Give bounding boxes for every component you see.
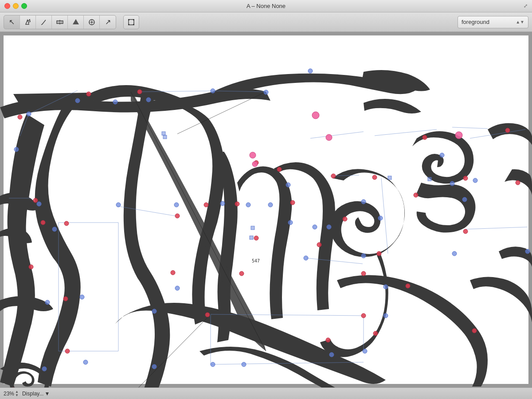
svg-point-91 <box>137 90 142 94</box>
svg-point-107 <box>343 217 347 221</box>
svg-point-99 <box>235 202 239 206</box>
svg-rect-136 <box>428 177 431 181</box>
svg-point-101 <box>239 271 244 276</box>
maximize-button[interactable] <box>21 3 27 9</box>
svg-line-1 <box>41 24 43 25</box>
svg-point-50 <box>308 69 313 73</box>
coord-label: 547 <box>252 258 260 263</box>
svg-rect-132 <box>163 135 167 139</box>
svg-rect-13 <box>133 19 134 20</box>
arrow-tool-button[interactable]: ↖ <box>4 15 20 29</box>
layer-dropdown[interactable]: foreground ▲▼ <box>458 16 528 28</box>
transform-tool-button[interactable] <box>123 15 139 29</box>
svg-point-85 <box>242 362 246 367</box>
svg-point-129 <box>252 161 258 167</box>
svg-point-124 <box>64 221 69 226</box>
svg-point-128 <box>250 152 256 158</box>
svg-point-126 <box>312 112 319 119</box>
svg-point-61 <box>246 203 250 207</box>
pencil-tool-button[interactable] <box>36 15 52 29</box>
svg-point-103 <box>277 167 282 172</box>
svg-point-77 <box>462 197 467 202</box>
zoom-control[interactable]: 23% ▲ ▼ <box>4 390 19 397</box>
svg-point-113 <box>422 135 427 140</box>
svg-point-45 <box>75 98 80 103</box>
svg-rect-131 <box>162 132 165 135</box>
svg-point-70 <box>378 216 383 220</box>
svg-point-72 <box>329 352 334 357</box>
svg-marker-6 <box>73 19 79 24</box>
svg-point-46 <box>113 100 117 104</box>
svg-rect-134 <box>251 226 254 230</box>
svg-point-92 <box>33 198 38 203</box>
svg-point-94 <box>63 297 68 301</box>
svg-point-64 <box>288 220 293 225</box>
svg-point-62 <box>268 203 273 207</box>
window-resize-icon: ⤢ <box>524 3 528 9</box>
svg-rect-15 <box>133 24 134 25</box>
canvas-area[interactable]: 547 <box>0 32 532 387</box>
title-bar: A – None None ⤢ <box>0 0 532 12</box>
pen-tool-button[interactable] <box>20 15 36 29</box>
svg-point-130 <box>455 132 462 139</box>
window-title: A – None None <box>246 3 286 9</box>
svg-point-83 <box>152 309 156 313</box>
svg-point-119 <box>205 313 210 317</box>
zoom-arrows[interactable]: ▲ ▼ <box>15 390 19 397</box>
svg-point-112 <box>326 338 330 342</box>
canvas-svg[interactable]: 547 <box>0 32 532 387</box>
svg-point-122 <box>406 284 410 288</box>
layer-dropdown-arrow: ▲▼ <box>516 20 524 24</box>
display-dropdown[interactable]: Display... ▼ <box>22 391 50 397</box>
svg-point-110 <box>373 331 378 336</box>
svg-point-54 <box>45 300 50 305</box>
svg-point-53 <box>52 227 57 231</box>
display-arrow: ▼ <box>44 391 50 397</box>
measure-tool-button[interactable] <box>52 15 68 29</box>
svg-point-57 <box>42 367 47 371</box>
svg-point-109 <box>377 251 381 256</box>
svg-point-104 <box>290 200 295 205</box>
svg-point-106 <box>331 174 336 178</box>
svg-point-123 <box>171 270 175 275</box>
svg-rect-133 <box>250 236 253 239</box>
svg-point-100 <box>254 236 258 240</box>
svg-point-80 <box>452 251 457 256</box>
svg-point-60 <box>220 201 225 206</box>
select-tool-button[interactable]: ↗ <box>100 15 116 29</box>
svg-point-81 <box>211 362 215 367</box>
svg-point-58 <box>116 203 121 207</box>
svg-point-90 <box>86 92 91 96</box>
svg-point-127 <box>326 134 332 141</box>
svg-rect-135 <box>388 176 391 180</box>
svg-point-117 <box>505 128 510 133</box>
svg-point-73 <box>363 349 367 353</box>
compass-tool-button[interactable] <box>84 15 100 29</box>
svg-point-68 <box>361 200 366 204</box>
svg-rect-14 <box>128 24 129 25</box>
svg-point-74 <box>383 313 388 318</box>
svg-point-118 <box>516 180 520 185</box>
tool-group-main: ↖ ↗ <box>4 15 116 29</box>
svg-point-52 <box>37 202 41 206</box>
svg-point-97 <box>175 214 180 218</box>
svg-point-125 <box>29 265 33 269</box>
svg-point-98 <box>204 203 208 207</box>
svg-point-55 <box>80 295 84 299</box>
window-controls[interactable] <box>0 3 27 9</box>
shape-tool-button[interactable] <box>68 15 84 29</box>
svg-line-0 <box>42 20 46 24</box>
svg-point-108 <box>372 175 377 180</box>
svg-point-116 <box>463 229 468 234</box>
minimize-button[interactable] <box>13 3 19 9</box>
svg-point-66 <box>304 256 308 260</box>
svg-point-95 <box>65 349 70 353</box>
svg-point-75 <box>440 153 444 157</box>
svg-point-56 <box>83 360 88 364</box>
svg-point-69 <box>361 254 366 258</box>
svg-point-79 <box>525 249 530 254</box>
svg-point-49 <box>264 90 268 94</box>
svg-point-47 <box>146 98 151 102</box>
close-button[interactable] <box>4 3 10 9</box>
svg-point-44 <box>27 112 31 116</box>
